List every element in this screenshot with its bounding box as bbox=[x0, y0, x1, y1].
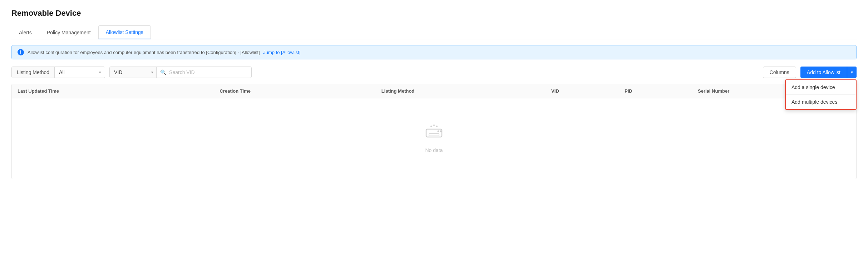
table-header: Last Updated Time Creation Time Listing … bbox=[12, 84, 856, 98]
svg-point-5 bbox=[438, 131, 439, 132]
info-banner: i Allowlist configuration for employees … bbox=[11, 45, 857, 59]
vid-search-group: VID PID Serial Number ▾ 🔍 bbox=[109, 67, 252, 78]
col-creation-time: Creation Time bbox=[214, 84, 375, 98]
search-input-wrapper: 🔍 bbox=[157, 67, 251, 78]
tabs-bar: Alerts Policy Management Allowlist Setti… bbox=[11, 25, 857, 39]
no-data-icon bbox=[423, 124, 445, 143]
listing-method-group: Listing Method All Manual Automatic ▾ bbox=[11, 67, 105, 78]
jump-link[interactable]: Jump to [Allowlist] bbox=[263, 50, 300, 55]
listing-method-label: Listing Method bbox=[12, 67, 55, 78]
add-multiple-devices-item[interactable]: Add multiple devices bbox=[786, 95, 856, 109]
svg-point-1 bbox=[433, 124, 435, 126]
svg-rect-4 bbox=[429, 134, 439, 136]
no-data-container: No data bbox=[18, 103, 850, 175]
page-title: Removable Device bbox=[11, 9, 857, 18]
no-data-text: No data bbox=[425, 147, 443, 153]
tab-policy-management[interactable]: Policy Management bbox=[39, 25, 98, 39]
add-to-allowlist-dropdown-button[interactable]: ▾ bbox=[847, 67, 857, 78]
tab-alerts[interactable]: Alerts bbox=[11, 25, 39, 39]
search-icon: 🔍 bbox=[160, 69, 166, 75]
toolbar: Listing Method All Manual Automatic ▾ VI… bbox=[11, 67, 857, 78]
tab-allowlist-settings[interactable]: Allowlist Settings bbox=[98, 25, 151, 39]
col-last-updated: Last Updated Time bbox=[12, 84, 214, 98]
listing-method-select-wrapper: All Manual Automatic ▾ bbox=[55, 67, 105, 78]
add-to-allowlist-button[interactable]: Add to Allowlist bbox=[800, 67, 847, 78]
empty-state-cell: No data bbox=[12, 98, 856, 179]
vid-select[interactable]: VID PID Serial Number bbox=[110, 67, 156, 78]
info-icon: i bbox=[18, 49, 24, 55]
empty-state-row: No data bbox=[12, 98, 856, 179]
col-vid: VID bbox=[546, 84, 619, 98]
col-listing-method: Listing Method bbox=[376, 84, 546, 98]
page-container: Removable Device Alerts Policy Managemen… bbox=[0, 0, 868, 188]
banner-text: Allowlist configuration for employees an… bbox=[28, 50, 300, 55]
vid-select-wrapper: VID PID Serial Number ▾ bbox=[110, 67, 157, 78]
search-input[interactable] bbox=[169, 67, 248, 78]
add-allowlist-btn-group: Add to Allowlist ▾ Add a single device A… bbox=[800, 67, 857, 78]
svg-point-6 bbox=[440, 131, 442, 132]
col-pid: PID bbox=[619, 84, 692, 98]
columns-button[interactable]: Columns bbox=[763, 67, 796, 78]
data-table: Last Updated Time Creation Time Listing … bbox=[12, 84, 856, 179]
svg-point-0 bbox=[430, 126, 432, 127]
table-header-row: Last Updated Time Creation Time Listing … bbox=[12, 84, 856, 98]
table-body: No data bbox=[12, 98, 856, 179]
svg-point-2 bbox=[436, 126, 438, 127]
table-container: Last Updated Time Creation Time Listing … bbox=[11, 84, 857, 179]
add-single-device-item[interactable]: Add a single device bbox=[786, 80, 856, 94]
add-allowlist-dropdown-menu: Add a single device Add multiple devices bbox=[785, 79, 857, 110]
listing-method-select[interactable]: All Manual Automatic bbox=[55, 67, 105, 78]
